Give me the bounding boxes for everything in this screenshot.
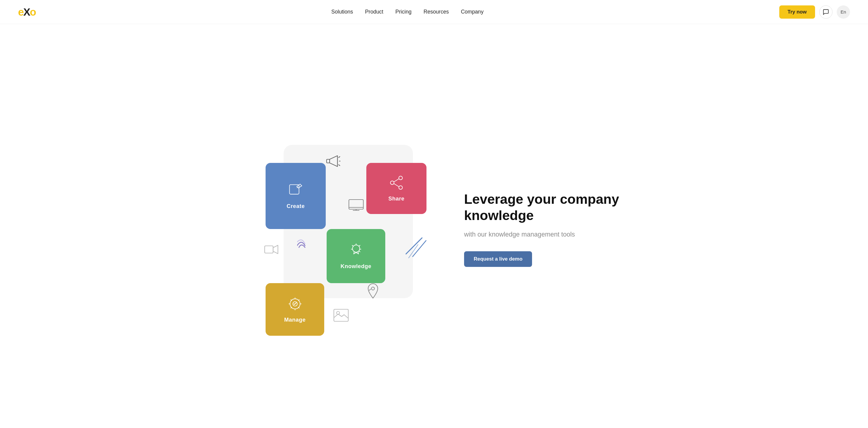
header-actions: Try now En xyxy=(779,5,850,19)
svg-rect-6 xyxy=(349,200,363,209)
tile-share[interactable]: Share xyxy=(366,163,427,214)
chat-button[interactable] xyxy=(819,5,833,19)
svg-line-5 xyxy=(339,165,340,166)
hero-content: Leverage your company knowledge with our… xyxy=(464,191,620,267)
share-label: Share xyxy=(388,195,405,202)
monitor-icon xyxy=(348,199,364,215)
manage-label: Manage xyxy=(284,317,306,323)
logo: eXo xyxy=(18,6,36,18)
tile-knowledge[interactable]: Knowledge xyxy=(327,229,385,283)
knowledge-icon xyxy=(348,242,364,260)
svg-rect-1 xyxy=(327,159,330,163)
nav-solutions[interactable]: Solutions xyxy=(331,9,353,15)
hero-illustration: Create Share xyxy=(248,133,440,325)
wifi-icon xyxy=(297,236,313,253)
svg-point-15 xyxy=(371,287,374,290)
image-icon xyxy=(333,309,349,324)
svg-point-25 xyxy=(399,176,402,180)
hero-subtitle: with our knowledge management tools xyxy=(464,230,620,239)
svg-line-3 xyxy=(339,157,340,158)
request-demo-button[interactable]: Request a live demo xyxy=(464,251,532,267)
knowledge-label: Knowledge xyxy=(340,263,371,270)
svg-line-16 xyxy=(369,289,371,290)
megaphone-icon xyxy=(324,155,340,170)
svg-rect-17 xyxy=(334,309,348,321)
svg-line-35 xyxy=(352,245,353,246)
nav-pricing[interactable]: Pricing xyxy=(395,9,411,15)
try-now-button[interactable]: Try now xyxy=(779,5,815,19)
svg-point-30 xyxy=(352,245,360,252)
svg-line-32 xyxy=(359,245,360,246)
diagonal-lines-icon xyxy=(400,236,430,263)
share-icon xyxy=(389,175,404,192)
svg-rect-10 xyxy=(265,246,273,253)
svg-line-12 xyxy=(406,238,422,254)
manage-icon xyxy=(287,296,303,314)
tile-create[interactable]: Create xyxy=(266,163,326,229)
svg-line-34 xyxy=(359,251,360,252)
svg-point-27 xyxy=(399,186,402,189)
svg-line-24 xyxy=(297,187,298,188)
svg-line-21 xyxy=(300,184,302,186)
svg-marker-0 xyxy=(330,156,337,166)
svg-line-29 xyxy=(394,184,399,187)
video-icon xyxy=(264,244,279,257)
create-icon xyxy=(288,183,304,200)
hero-section: Create Share xyxy=(0,24,868,428)
svg-line-13 xyxy=(413,240,426,256)
create-label: Create xyxy=(287,203,305,209)
tile-manage[interactable]: Manage xyxy=(266,283,324,336)
header: eXo Solutions Product Pricing Resources … xyxy=(0,0,868,24)
svg-marker-11 xyxy=(273,245,278,254)
nav-product[interactable]: Product xyxy=(365,9,383,15)
nav-company[interactable]: Company xyxy=(461,9,483,15)
chat-icon xyxy=(823,9,829,15)
hero-title: Leverage your company knowledge xyxy=(464,191,620,224)
svg-line-28 xyxy=(394,179,399,182)
logo-text: eXo xyxy=(18,6,36,18)
location-pin-icon xyxy=(366,283,379,301)
nav-resources[interactable]: Resources xyxy=(424,9,449,15)
language-button[interactable]: En xyxy=(837,5,850,19)
svg-point-26 xyxy=(391,181,394,185)
main-nav: Solutions Product Pricing Resources Comp… xyxy=(331,9,483,15)
